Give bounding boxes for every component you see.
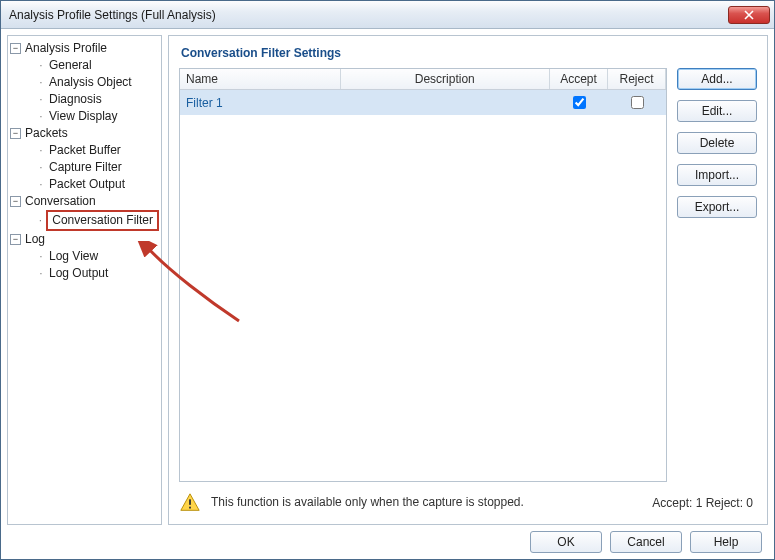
help-button[interactable]: Help [690, 531, 762, 553]
window-title: Analysis Profile Settings (Full Analysis… [9, 8, 728, 22]
cancel-button[interactable]: Cancel [610, 531, 682, 553]
footer-note: This function is available only when the… [179, 482, 757, 514]
import-button[interactable]: Import... [677, 164, 757, 186]
close-button[interactable] [728, 6, 770, 24]
accept-checkbox[interactable] [573, 96, 586, 109]
tree-packet-output[interactable]: Packet Output [47, 176, 127, 193]
reject-checkbox[interactable] [631, 96, 644, 109]
tree-general[interactable]: General [47, 57, 94, 74]
tree-packets[interactable]: Packets [23, 125, 70, 142]
side-buttons: Add... Edit... Delete Import... Export..… [677, 68, 757, 482]
filter-table: Name Description Accept Reject Filter 1 [179, 68, 667, 482]
close-icon [744, 10, 754, 20]
table-row[interactable]: Filter 1 [180, 90, 666, 116]
col-description[interactable]: Description [340, 69, 550, 90]
titlebar: Analysis Profile Settings (Full Analysis… [1, 1, 774, 29]
dialog-window: Analysis Profile Settings (Full Analysis… [0, 0, 775, 560]
col-accept[interactable]: Accept [550, 69, 608, 90]
tree-log-output[interactable]: Log Output [47, 265, 110, 282]
tree-log-view[interactable]: Log View [47, 248, 100, 265]
delete-button[interactable]: Delete [677, 132, 757, 154]
add-button[interactable]: Add... [677, 68, 757, 90]
accept-reject-summary: Accept: 1 Reject: 0 [652, 496, 757, 510]
expander-icon[interactable]: − [10, 196, 21, 207]
note-text: This function is available only when the… [211, 495, 642, 511]
cell-name: Filter 1 [180, 90, 340, 116]
edit-button[interactable]: Edit... [677, 100, 757, 122]
expander-icon[interactable]: − [10, 128, 21, 139]
expander-icon[interactable]: − [10, 43, 21, 54]
tree-diagnosis[interactable]: Diagnosis [47, 91, 104, 108]
tree-view-display[interactable]: View Display [47, 108, 119, 125]
expander-icon[interactable]: − [10, 234, 21, 245]
table-empty-area [180, 115, 666, 481]
tree-analysis-object[interactable]: Analysis Object [47, 74, 134, 91]
tree-conversation-filter[interactable]: Conversation Filter [46, 210, 159, 231]
tree-bullet-icon: · [37, 57, 45, 74]
tree-conversation[interactable]: Conversation [23, 193, 98, 210]
col-reject[interactable]: Reject [608, 69, 666, 90]
svg-rect-0 [189, 499, 191, 505]
svg-rect-1 [189, 507, 191, 509]
tree-packet-buffer[interactable]: Packet Buffer [47, 142, 123, 159]
nav-tree: − Analysis Profile ·General ·Analysis Ob… [7, 35, 162, 525]
panel-title: Conversation Filter Settings [179, 42, 757, 68]
tree-analysis-profile[interactable]: Analysis Profile [23, 40, 109, 57]
tree-log[interactable]: Log [23, 231, 47, 248]
dialog-buttons: OK Cancel Help [7, 531, 768, 553]
export-button[interactable]: Export... [677, 196, 757, 218]
warning-icon [179, 492, 201, 514]
cell-description [340, 90, 550, 116]
tree-capture-filter[interactable]: Capture Filter [47, 159, 124, 176]
col-name[interactable]: Name [180, 69, 340, 90]
ok-button[interactable]: OK [530, 531, 602, 553]
settings-panel: Conversation Filter Settings Name Descri… [168, 35, 768, 525]
